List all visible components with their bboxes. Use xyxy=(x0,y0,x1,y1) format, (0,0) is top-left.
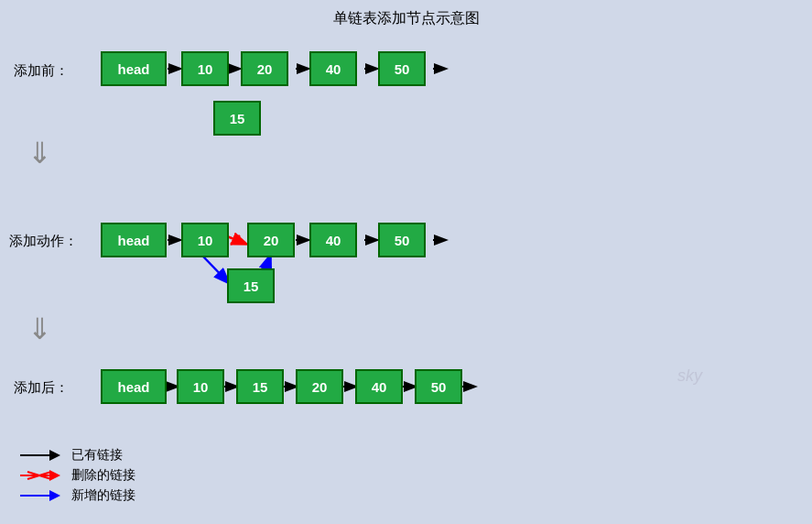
down-arrow-2: ⇓ xyxy=(27,311,52,346)
row2-label: 添加动作： xyxy=(9,233,78,250)
row1-node-40: 40 xyxy=(309,51,357,86)
diagram-container: 单链表添加节点示意图 xyxy=(0,0,812,524)
legend: 已有链接 删除的链接 xyxy=(18,447,135,508)
row2-node-40: 40 xyxy=(309,223,357,257)
diagram-title: 单链表添加节点示意图 xyxy=(9,9,803,28)
legend-label-blue: 新增的链接 xyxy=(71,487,135,504)
row1-node-50: 50 xyxy=(378,51,426,86)
row3-node-20: 20 xyxy=(296,369,343,404)
legend-item-blue: 新增的链接 xyxy=(18,487,135,504)
legend-label-black: 已有链接 xyxy=(71,447,123,464)
svg-line-9 xyxy=(231,235,240,245)
down-arrow-1: ⇓ xyxy=(27,136,52,170)
legend-line-red xyxy=(18,468,64,483)
watermark: sky xyxy=(677,366,702,386)
legend-label-red: 删除的链接 xyxy=(71,467,135,484)
legend-line-black xyxy=(18,448,64,463)
row2-node-10: 10 xyxy=(181,223,229,257)
svg-line-8 xyxy=(227,236,245,244)
row2-node-50: 50 xyxy=(378,223,426,257)
row3-label: 添加后： xyxy=(14,379,69,397)
legend-item-red: 删除的链接 xyxy=(18,467,135,484)
svg-line-6 xyxy=(203,257,228,282)
row3-node-40: 40 xyxy=(355,369,403,404)
row1-node-head: head xyxy=(101,51,167,86)
row3-node-15: 15 xyxy=(236,369,284,404)
row3-node-50: 50 xyxy=(415,369,462,404)
row1-node-20: 20 xyxy=(241,51,288,86)
row2-node-20: 20 xyxy=(247,223,295,257)
legend-item-black: 已有链接 xyxy=(18,447,135,464)
row2-node-15: 15 xyxy=(227,268,275,303)
row1-label: 添加前： xyxy=(14,62,69,80)
row2-node-head: head xyxy=(101,223,167,257)
row3-node-10: 10 xyxy=(177,369,224,404)
legend-line-blue xyxy=(18,488,64,503)
row3-node-head: head xyxy=(101,369,167,404)
row1-node-15: 15 xyxy=(213,101,261,136)
row1-node-10: 10 xyxy=(181,51,229,86)
